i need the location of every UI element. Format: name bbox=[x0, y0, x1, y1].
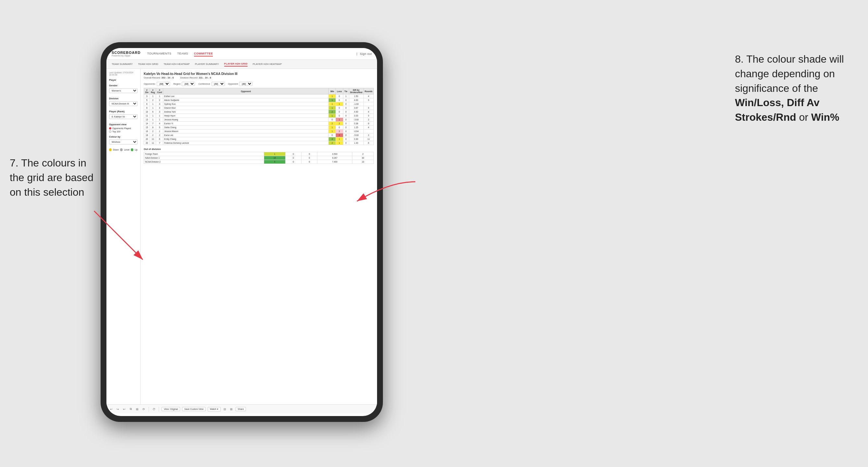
cell-conf: 1 bbox=[156, 129, 163, 133]
cell-opponent: Jessica Mason bbox=[163, 129, 329, 133]
cell-conf: 1 bbox=[156, 118, 163, 122]
clock-icon[interactable]: ⏱ bbox=[152, 407, 156, 411]
legend-row: Down Level Up bbox=[109, 148, 137, 151]
watch-btn[interactable]: Watch ▾ bbox=[208, 407, 221, 411]
cell-tie: 0 bbox=[343, 141, 349, 145]
view-original-btn[interactable]: View: Original bbox=[162, 407, 180, 411]
cell-rounds: 30 bbox=[352, 156, 374, 160]
cell-win: 2 bbox=[329, 122, 336, 126]
cell-div: 10 bbox=[144, 110, 150, 114]
cell-rounds bbox=[364, 102, 373, 106]
cell-tie: 0 bbox=[343, 126, 349, 129]
cell-opponent: Sydney Kuo bbox=[163, 102, 329, 106]
radio-label-played: Opponents Played bbox=[112, 127, 131, 129]
cell-tie: 0 bbox=[302, 152, 317, 156]
sub-nav-team-h2h-grid[interactable]: TEAM H2H GRID bbox=[138, 62, 158, 66]
tablet-screen: SCOREBOARD Powered by clippd TOURNAMENTS… bbox=[106, 48, 377, 416]
table-row: 20 11 7 Federica Domecq Lacroze 2 1 0 1.… bbox=[144, 141, 374, 145]
logo: SCOREBOARD Powered by clippd bbox=[112, 51, 141, 57]
filter-conference: Conference (All) bbox=[198, 82, 224, 86]
colour-by-label: Colour by bbox=[109, 135, 137, 138]
redo-icon[interactable]: ↪ bbox=[116, 407, 120, 411]
cell-reg: 11 bbox=[150, 137, 156, 141]
cell-tie: 0 bbox=[343, 110, 349, 114]
cell-diff: 0.30 bbox=[349, 137, 364, 141]
radio-opponents-played[interactable]: Opponents Played bbox=[109, 127, 137, 129]
cell-div: 14 bbox=[144, 122, 150, 126]
filter-opponent-label: Opponent bbox=[228, 83, 238, 85]
filter-opponent: Opponent (All) bbox=[228, 82, 253, 86]
cell-loss: 1 bbox=[336, 118, 343, 122]
table-row: 20 11 6 Emily Chang 4 1 0 0.30 11 bbox=[144, 137, 374, 141]
cell-rounds: 3 bbox=[364, 114, 373, 118]
table-row: 13 1 1 Jessica Huang 0 1 0 -3.00 2 bbox=[144, 118, 374, 122]
grid-icon[interactable]: ⊞ bbox=[229, 407, 234, 411]
copy-icon[interactable]: ⧉ bbox=[128, 407, 133, 411]
cell-tie: 0 bbox=[343, 114, 349, 118]
left-panel: Last Updated: 27/03/2024 16:55:38 Player… bbox=[106, 69, 141, 404]
cell-loss: 2 bbox=[336, 122, 343, 126]
filter-conference-label: Conference bbox=[198, 83, 210, 85]
cell-tie: 0 bbox=[343, 118, 349, 122]
last-updated: Last Updated: 27/03/2024 16:55:38 bbox=[109, 71, 137, 76]
cell-div: 20 bbox=[144, 137, 150, 141]
radio-top100[interactable]: Top 100 bbox=[109, 130, 137, 133]
nav-committee[interactable]: COMMITTEE bbox=[194, 51, 213, 57]
refresh-icon[interactable]: ⟳ bbox=[142, 407, 146, 411]
cell-rounds: 2 bbox=[352, 152, 374, 156]
cell-rounds: 6 bbox=[364, 141, 373, 145]
nav-tournaments[interactable]: TOURNAMENTS bbox=[147, 51, 171, 57]
cell-win: 0 bbox=[329, 118, 336, 122]
table-row: 18 2 2 Euna Lee 0 2 0 -5.00 2 bbox=[144, 133, 374, 137]
cell-rounds: 4 bbox=[364, 126, 373, 129]
cell-conf: 1 bbox=[156, 114, 163, 118]
logo-sub: Powered by clippd bbox=[112, 55, 141, 57]
cell-reg: 11 bbox=[150, 141, 156, 145]
layout-icon[interactable]: ⊟ bbox=[223, 407, 227, 411]
filter-region-select[interactable]: (All) bbox=[182, 82, 195, 86]
filter-conference-select[interactable]: (All) bbox=[212, 82, 225, 86]
undo2-icon[interactable]: ↩ bbox=[122, 407, 127, 411]
cell-win: 1 bbox=[329, 114, 336, 118]
cell-rounds: 9 bbox=[364, 122, 373, 126]
cell-reg: 2 bbox=[150, 129, 156, 133]
nav-teams[interactable]: TEAMS bbox=[177, 51, 188, 57]
cell-rounds: 3 bbox=[364, 106, 373, 110]
cell-opponent: Esther Lee bbox=[163, 94, 329, 98]
filter-opponent-select[interactable]: (All) bbox=[239, 82, 252, 86]
cell-tie: 0 bbox=[343, 129, 349, 133]
gender-label: Gender bbox=[109, 84, 137, 87]
cell-div: 9 bbox=[144, 106, 150, 110]
paste-icon[interactable]: ⊞ bbox=[135, 407, 140, 411]
sub-nav-team-h2h-heatmap[interactable]: TEAM H2H HEATMAP bbox=[163, 62, 190, 66]
logo-title: SCOREBOARD bbox=[112, 51, 141, 55]
cell-div: 5 bbox=[144, 98, 150, 102]
th-reg: #Reg bbox=[150, 88, 156, 94]
right-main: Katelyn Vo Head-to-Head Grid for Women's… bbox=[141, 69, 377, 404]
cell-diff: -3.00 bbox=[349, 118, 364, 122]
sub-nav-player-summary[interactable]: PLAYER SUMMARY bbox=[195, 62, 219, 66]
cell-conf: 4 bbox=[156, 122, 163, 126]
gender-dropdown[interactable]: Women's bbox=[109, 88, 137, 93]
legend-dot-down bbox=[109, 148, 112, 151]
division-dropdown[interactable]: NCAA Division III bbox=[109, 101, 137, 106]
nav-signout[interactable]: Sign out bbox=[360, 52, 372, 56]
cell-conf: 3 bbox=[156, 110, 163, 114]
save-custom-view-btn[interactable]: Save Custom View bbox=[182, 407, 206, 411]
cell-win: 15 bbox=[264, 156, 285, 160]
sub-nav-player-h2h-heatmap[interactable]: PLAYER H2H HEATMAP bbox=[253, 62, 282, 66]
filter-opponents-select[interactable]: (All) bbox=[157, 82, 170, 86]
cell-div: 18 bbox=[144, 133, 150, 137]
colour-by-dropdown[interactable]: Win/loss bbox=[109, 139, 137, 145]
sub-nav-player-h2h-grid[interactable]: PLAYER H2H GRID bbox=[224, 62, 248, 66]
cell-div: 11 bbox=[144, 114, 150, 118]
cell-diff: 3.67 bbox=[349, 106, 364, 110]
cell-reg: 1 bbox=[150, 106, 156, 110]
undo-icon[interactable]: ↩ bbox=[109, 407, 114, 411]
player-section-title: Player bbox=[109, 79, 137, 82]
th-loss: Loss bbox=[336, 88, 343, 94]
cell-tie: 0 bbox=[343, 133, 349, 137]
player-rank-dropdown[interactable]: 8. Katelyn Vo bbox=[109, 114, 137, 119]
share-btn[interactable]: Share bbox=[236, 407, 246, 411]
sub-nav-team-summary[interactable]: TEAM SUMMARY bbox=[112, 62, 133, 66]
